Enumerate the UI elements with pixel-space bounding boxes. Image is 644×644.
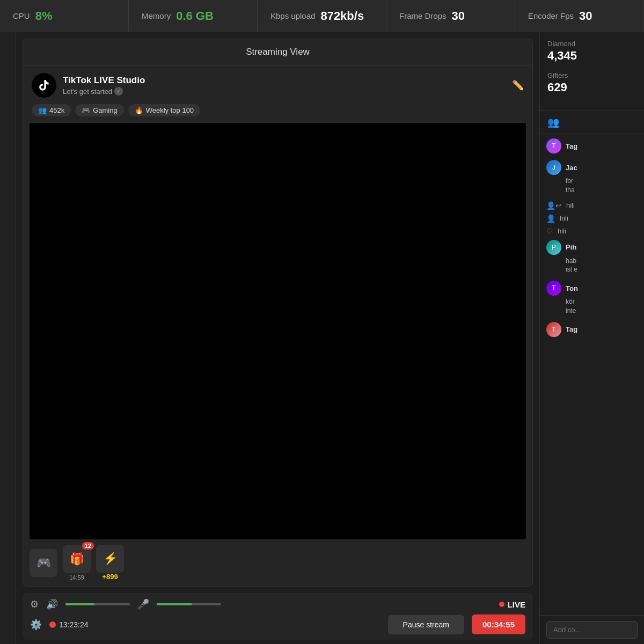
channel-name: TikTok LIVE Studio	[63, 75, 145, 86]
diamond-label: Diamond	[547, 40, 636, 48]
gift-item-2[interactable]: ⚡ +899	[96, 545, 124, 581]
chat-user-ton: T Ton	[546, 281, 638, 296]
diamond-stat: Diamond 4,345	[547, 40, 636, 63]
chat-message-tag2: T Tag	[546, 322, 638, 337]
gaming-tag[interactable]: 🎮 Gaming	[75, 104, 124, 116]
chat-header: 👥	[540, 111, 644, 134]
frame-drops-label: Frame Drops	[399, 11, 447, 20]
center-content: Streaming View TikTok LIVE Studio Let's …	[16, 32, 539, 644]
game-controller-button[interactable]: 🎮	[30, 549, 57, 577]
kbps-value: 872kb/s	[320, 9, 364, 23]
pause-stream-button[interactable]: Pause stream	[388, 615, 464, 634]
chat-message-tag1: T Tag	[546, 138, 638, 153]
stats-bar: CPU 8% Memory 0.6 GB Kbps upload 872kb/s…	[0, 0, 644, 32]
cpu-stat: CPU 8%	[0, 0, 129, 32]
chat-user-pih: P Pih	[546, 240, 638, 255]
gaming-label: Gaming	[93, 106, 118, 114]
gaming-icon: 🎮	[82, 106, 90, 114]
chat-user-jac: J Jac	[546, 160, 638, 175]
avatar-ton: T	[546, 281, 561, 296]
gift-plus-2: +899	[102, 573, 118, 581]
record-dot	[49, 621, 56, 628]
gifters-stat: Gifters 629	[547, 71, 636, 94]
action-text-join: hili	[560, 214, 568, 222]
stream-timer-button[interactable]: 00:34:55	[472, 614, 525, 634]
weekly-label: Weekly top 100	[146, 106, 194, 114]
panel-title: Streaming View	[23, 39, 532, 65]
gift-badge-1: 12	[82, 542, 94, 550]
tags-row: 👥 452k 🎮 Gaming 🔥 Weekly top 100	[23, 102, 532, 123]
heart-icon: ♡	[546, 227, 553, 236]
streaming-panel: Streaming View TikTok LIVE Studio Let's …	[23, 39, 533, 587]
people-icon: 👥	[547, 116, 559, 128]
gear-icon[interactable]: ⚙️	[30, 619, 42, 631]
sidebar-stats: Diamond 4,345 Gifters 629	[540, 32, 644, 111]
mic-fill	[157, 603, 192, 605]
join-icon: 👤	[546, 214, 555, 223]
left-sidebar	[0, 32, 16, 644]
avatar-tag1: T	[546, 138, 561, 153]
chat-text-pih: habist e	[546, 257, 638, 275]
chat-action-join: 👤 hili	[546, 214, 638, 223]
action-text-follow: hili	[566, 201, 575, 209]
memory-stat: Memory 0.6 GB	[129, 0, 258, 32]
frame-drops-value: 30	[452, 9, 465, 23]
memory-label: Memory	[142, 11, 171, 20]
diamond-value: 4,345	[547, 49, 636, 63]
username-jac: Jac	[566, 164, 577, 172]
record-time: 13:23:24	[59, 620, 89, 629]
username-tag2: Tag	[566, 325, 577, 333]
mic-slider[interactable]	[157, 603, 221, 605]
controls-row2: ⚙️ 13:23:24 Pause stream 00:34:55	[30, 614, 525, 634]
gift-icon-2: ⚡	[96, 545, 124, 573]
frame-drops-stat: Frame Drops 30	[386, 0, 515, 32]
avatar-jac: J	[546, 160, 561, 175]
edit-icon[interactable]: ✏️	[512, 79, 524, 91]
chat-input[interactable]	[546, 621, 638, 639]
stream-header-left: TikTok LIVE Studio Let's get started ✓	[32, 73, 145, 98]
main-layout: Streaming View TikTok LIVE Studio Let's …	[0, 32, 644, 644]
volume-icon[interactable]: 🔊	[46, 598, 58, 610]
channel-info: TikTok LIVE Studio Let's get started ✓	[63, 75, 145, 96]
right-sidebar: Diamond 4,345 Gifters 629 👥 T Tag	[539, 32, 644, 644]
chat-messages: T Tag J Jac fortha 👤↩ hili	[540, 134, 644, 615]
viewer-tag: 👥 452k	[32, 104, 71, 116]
kbps-label: Kbps upload	[270, 11, 315, 20]
channel-subtitle: Let's get started ✓	[63, 87, 145, 96]
cpu-label: CPU	[13, 11, 30, 20]
record-indicator: 13:23:24	[49, 620, 89, 629]
chat-input-row	[540, 615, 644, 644]
chat-action-follow: 👤↩ hili	[546, 201, 638, 210]
avatar-tag2: T	[546, 322, 561, 337]
fire-icon: 🔥	[135, 106, 143, 114]
live-label: LIVE	[508, 600, 525, 609]
weekly-tag[interactable]: 🔥 Weekly top 100	[128, 104, 200, 116]
avatar-pih: P	[546, 240, 561, 255]
gift-timer-1: 14:59	[69, 574, 84, 581]
controls-row1: ⚙ 🔊 🎤 LIVE	[30, 598, 525, 610]
stream-header: TikTok LIVE Studio Let's get started ✓ ✏…	[23, 65, 532, 102]
encoder-fps-label: Encoder Fps	[528, 11, 574, 20]
settings-sliders-icon[interactable]: ⚙	[30, 598, 39, 610]
encoder-fps-value: 30	[579, 9, 592, 23]
chat-message-pih: P Pih habist e	[546, 240, 638, 275]
kbps-stat: Kbps upload 872kb/s	[258, 0, 386, 32]
bottom-controls: ⚙ 🔊 🎤 LIVE ⚙️ 13:23:24	[23, 593, 533, 640]
chat-message-ton: T Ton körinte	[546, 281, 638, 316]
gifters-label: Gifters	[547, 71, 636, 79]
encoder-fps-stat: Encoder Fps 30	[515, 0, 644, 32]
mic-icon[interactable]: 🎤	[137, 598, 149, 610]
volume-slider[interactable]	[65, 603, 130, 605]
gifters-value: 629	[547, 80, 636, 94]
chat-text-ton: körinte	[546, 297, 638, 316]
cpu-value: 8%	[35, 9, 53, 23]
tiktok-logo	[32, 73, 56, 98]
follow-icon: 👤↩	[546, 201, 562, 210]
gift-item-1[interactable]: 12 🎁 14:59	[63, 545, 91, 581]
viewer-icon: 👥	[38, 106, 47, 114]
action-text-like: hili	[558, 227, 566, 235]
chat-message-jac: J Jac fortha	[546, 160, 638, 195]
viewer-count: 452k	[49, 106, 64, 114]
chat-section: 👥 T Tag J Jac fortha	[540, 111, 644, 644]
volume-fill	[65, 603, 94, 605]
